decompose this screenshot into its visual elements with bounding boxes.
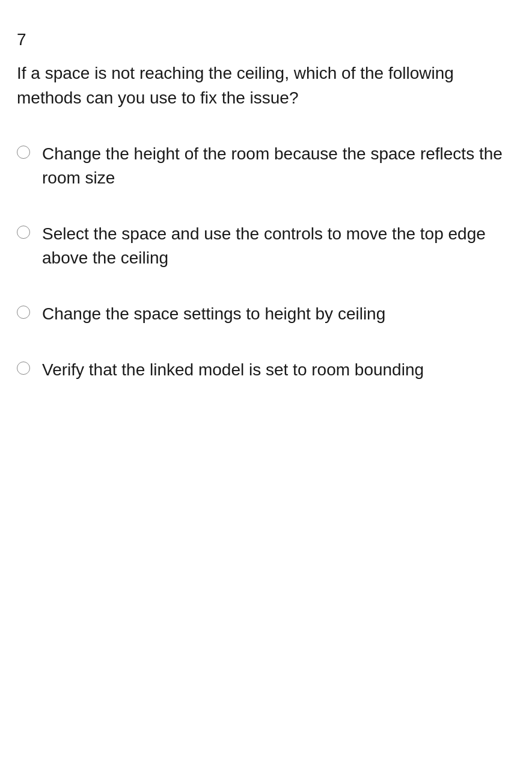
radio-d[interactable] bbox=[17, 362, 30, 375]
radio-b[interactable] bbox=[17, 226, 30, 239]
option-d-text: Verify that the linked model is set to r… bbox=[42, 358, 424, 383]
option-c[interactable]: Change the space settings to height by c… bbox=[17, 302, 513, 327]
option-a-text: Change the height of the room because th… bbox=[42, 142, 513, 191]
radio-circle-c bbox=[17, 306, 30, 319]
radio-circle-b bbox=[17, 226, 30, 239]
radio-a[interactable] bbox=[17, 146, 30, 159]
page-container: 7 If a space is not reaching the ceiling… bbox=[0, 0, 532, 770]
radio-c[interactable] bbox=[17, 306, 30, 319]
question-text: If a space is not reaching the ceiling, … bbox=[17, 61, 513, 110]
option-d[interactable]: Verify that the linked model is set to r… bbox=[17, 358, 513, 383]
option-b-text: Select the space and use the controls to… bbox=[42, 222, 513, 271]
option-b[interactable]: Select the space and use the controls to… bbox=[17, 222, 513, 271]
radio-circle-d bbox=[17, 362, 30, 375]
option-a[interactable]: Change the height of the room because th… bbox=[17, 142, 513, 191]
option-c-text: Change the space settings to height by c… bbox=[42, 302, 385, 327]
radio-circle-a bbox=[17, 146, 30, 159]
question-number: 7 bbox=[17, 29, 513, 51]
